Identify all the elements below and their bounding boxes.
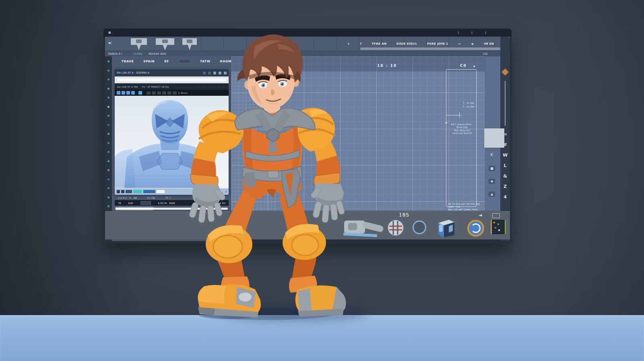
rail-tool-dot[interactable]: [107, 142, 109, 144]
footer-value: 78: [118, 202, 121, 204]
rail-tool-dot[interactable]: [107, 88, 109, 90]
footer-text: A K R 2 · % · EB: [118, 196, 137, 199]
rail-tool-dot[interactable]: [107, 106, 109, 108]
rail-tool-dot[interactable]: [107, 169, 109, 171]
panel-menu-item[interactable]: EF: [164, 60, 169, 63]
status-segment: [143, 190, 155, 193]
rail-tool-dot[interactable]: [107, 78, 109, 80]
grid-coord-label: C0: [460, 64, 467, 68]
menu-item[interactable]: PERE JOIN 1: [427, 42, 448, 45]
cursor-icon: ➤: [471, 41, 475, 46]
tool-slot-icon[interactable]: [147, 91, 151, 95]
dock-label: 18S: [399, 212, 409, 218]
tool-slot-icon[interactable]: [167, 91, 171, 95]
footer-field[interactable]: [140, 201, 151, 205]
rail-tool-dot[interactable]: [107, 124, 109, 126]
rect-annotation: T · 12.399: [463, 102, 474, 105]
footer-text: FU TW: [147, 196, 155, 199]
rail-tool-dot[interactable]: [107, 133, 109, 135]
status-percent: 1119%: [133, 52, 142, 56]
badge-glyph: [471, 223, 481, 233]
footer-text: FY 7: [165, 196, 171, 199]
menu-item[interactable]: TFRE AN: [372, 42, 387, 45]
rail-tool-dot[interactable]: [107, 160, 109, 162]
grid-compass-icon[interactable]: [387, 219, 405, 238]
rail-tool-dot[interactable]: [107, 70, 109, 72]
top-strip-ticks: ‖ ‖ ‖: [458, 29, 492, 37]
tool-slot-icon[interactable]: [162, 91, 166, 95]
vertical-slider[interactable]: [505, 81, 506, 126]
progress-fill: [116, 208, 154, 210]
toolbar-text2: FU · AT MMWST 28 Ele: [142, 85, 169, 88]
subpanel-icon[interactable]: ▲: [489, 192, 495, 197]
panel-menu-item[interactable]: TRAVE: [122, 60, 134, 63]
status-segment-white: [157, 190, 165, 193]
character-figure: [176, 30, 353, 320]
rail-icon[interactable]: L: [504, 163, 506, 168]
panel-menu-item[interactable]: SPAIN: [143, 60, 155, 63]
menu-item[interactable]: IM EN: [484, 42, 494, 45]
grid-scale-label: 18 : 10: [377, 64, 397, 68]
rect-caption: BA'T, Jeanne Mime : Bend Lifty: [449, 123, 475, 129]
footer-label2: E EH M · 3996: [158, 202, 175, 204]
tool-icon[interactable]: [126, 91, 130, 95]
tool-icon[interactable]: [131, 91, 135, 95]
dimension-tick: [459, 112, 460, 118]
menu-item[interactable]: EIGIE EIGI/L: [396, 42, 417, 45]
rail-icon[interactable]: Z: [504, 184, 507, 189]
status-text: PANEIA A I: [108, 52, 122, 56]
dock-cursor-icon: ◄: [479, 212, 482, 218]
footer-label: EHE: [128, 202, 133, 204]
status-segment: [126, 190, 132, 193]
status-segment: [117, 190, 120, 193]
diamond-icon[interactable]: [502, 69, 509, 76]
tab-2-icon: [162, 39, 168, 43]
rail-tool-dot[interactable]: [107, 205, 109, 207]
toolbar-text: AU LIAE AT A TAV: [117, 85, 138, 88]
tool-slot-icon[interactable]: [152, 91, 156, 95]
tab-1-icon: [136, 39, 142, 43]
chip-plugin-icon[interactable]: [491, 220, 506, 234]
status-text2: REHEAR WAS: [149, 52, 166, 56]
ring-icon[interactable]: [413, 221, 426, 234]
rail-icon[interactable]: W: [503, 153, 508, 158]
rail-tool-dot[interactable]: [107, 151, 109, 153]
dock-frame-icon: [492, 213, 500, 218]
menu-item[interactable]: —: [458, 42, 461, 45]
rect-caption: Mat, Mime see meemed? IBLICKS: [449, 129, 475, 135]
status-segment: [121, 190, 124, 193]
rect-arrow-icon: ◄: [445, 121, 447, 124]
status-num1: 150: [483, 52, 487, 56]
menu-item[interactable]: 7: [360, 42, 362, 45]
subpanel-icon[interactable]: ◆: [489, 179, 495, 184]
subpanel-icon[interactable]: K: [489, 152, 495, 157]
rail-tool-dot[interactable]: [107, 178, 109, 180]
tool-slot-icon[interactable]: [157, 91, 161, 95]
swatch-panel[interactable]: [484, 128, 504, 148]
printer-3d-icon[interactable]: [437, 219, 462, 240]
scene: { "colors": { "wall": "#39424f", "floor"…: [0, 0, 644, 361]
rect-annotation: F · 12.398: [463, 105, 474, 108]
grid-bottom-caption: ME TO MUL AST OR YOU ARE HERE · TLA: [448, 203, 483, 208]
rail-icon[interactable]: &: [503, 173, 507, 179]
tool-icon[interactable]: [138, 91, 142, 95]
rail-tool-dot[interactable]: [107, 187, 109, 189]
subpanel-icon[interactable]: ■: [489, 166, 495, 171]
tab-1[interactable]: [131, 38, 147, 50]
tool-icon[interactable]: [122, 91, 125, 95]
floor: [0, 315, 644, 361]
selection-rectangle[interactable]: T · 12.399 F · 12.398 ◄ BA'T, Jeanne Mim…: [446, 69, 477, 207]
rail-icon[interactable]: 4: [504, 194, 507, 200]
tab-2[interactable]: [156, 38, 174, 50]
rail-tool-dot[interactable]: [107, 60, 109, 62]
tool-icon[interactable]: [117, 91, 120, 95]
status-segment-teal: [133, 190, 142, 193]
rail-tool-dot[interactable]: [107, 97, 109, 99]
menu-bar: +7TFRE ANEIGIE EIGI/LPERE JOIN 1— ➤ IM E…: [347, 37, 505, 51]
rail-tool-dot[interactable]: [107, 196, 109, 198]
rail-tool-dot[interactable]: [107, 115, 109, 117]
top-strip-mark: ■ ‚: [108, 29, 113, 37]
tab-bar-chip: ▪|: [108, 41, 111, 45]
badge-ring-icon[interactable]: [467, 220, 484, 237]
